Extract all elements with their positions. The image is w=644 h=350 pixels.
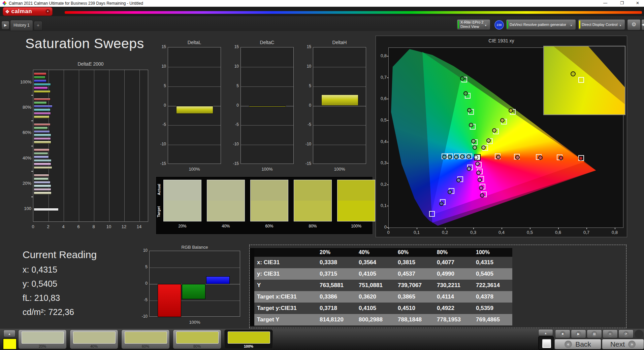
- calman-menu-button[interactable]: ❖ calman ▼: [3, 7, 53, 16]
- play-button[interactable]: ▶: [571, 329, 586, 338]
- cie-measured-point: [460, 154, 464, 159]
- y-tick-label: 10: [140, 248, 148, 253]
- x-tick-label: 4: [59, 224, 67, 229]
- refresh-button[interactable]: ⟳: [618, 329, 634, 338]
- table-cell: 739,7067: [395, 280, 434, 291]
- display-status-stripe: [579, 21, 580, 29]
- deltaC-plot: [240, 47, 294, 164]
- reading-x: x: 0,4315: [23, 265, 97, 275]
- add-tab-button[interactable]: +: [34, 21, 42, 30]
- row-label: Target x:CIE31: [254, 291, 317, 303]
- meter-device-button[interactable]: X-Rite i1Pro 2Direct View ▼: [457, 19, 490, 30]
- deltae-bar: [34, 72, 46, 75]
- close-button[interactable]: ✕: [633, 0, 643, 6]
- deltae-bar: [34, 134, 51, 137]
- table-header-row: 20%40%60%80%100%: [254, 248, 512, 257]
- deltae-bar: [34, 79, 46, 82]
- display-control-button[interactable]: Direct Display Control ▼: [578, 19, 625, 30]
- group-label: 40%: [20, 155, 31, 161]
- tab-scroll-button[interactable]: ▶: [1, 21, 9, 30]
- table-row[interactable]: Target x:CIE310,33860,36200,38650,41140,…: [254, 291, 512, 303]
- table-row[interactable]: y: CIE310,37150,41050,45370,49900,5405: [254, 268, 512, 280]
- deltae-bar: [34, 188, 51, 191]
- current-pattern-swatch[interactable]: [3, 338, 17, 350]
- actual-row-label: Actual: [157, 184, 161, 195]
- pattern-level-80%[interactable]: 80%: [173, 329, 221, 349]
- minimize-button[interactable]: —: [600, 0, 610, 6]
- deltae-bar: [34, 174, 49, 177]
- pattern-level-40%[interactable]: 40%: [70, 329, 118, 349]
- settings-gear-button[interactable]: ⚙: [627, 19, 641, 30]
- collapse-panel-button[interactable]: ◀: [641, 19, 644, 30]
- table-cell: 0,3815: [395, 257, 434, 268]
- table-row[interactable]: x: CIE310,33380,35640,38150,40770,4315: [254, 257, 512, 268]
- y-tick-mark: [387, 184, 388, 185]
- deltae-bar: [34, 98, 51, 101]
- level-swatch: [176, 331, 219, 344]
- gridline: [168, 125, 221, 126]
- swatch-expand-button[interactable]: ▲: [3, 330, 15, 337]
- gridline: [124, 70, 125, 221]
- y-tick-label: 10: [230, 64, 239, 69]
- deltae-bar: [34, 115, 50, 118]
- y-tick-label: 0: [140, 281, 148, 286]
- table-cell: 0,4077: [434, 257, 473, 268]
- deltaC-bar: [249, 106, 286, 107]
- y-tick-mark: [31, 95, 33, 96]
- y-tick-mark: [31, 171, 33, 172]
- y-tick-label: -15: [230, 161, 239, 166]
- y-tick-label: -5: [158, 122, 166, 127]
- x-tick-mark: [388, 228, 389, 229]
- table-row[interactable]: Target y:CIE310,37180,41050,45100,49220,…: [254, 303, 512, 314]
- pattern-generator-button[interactable]: DaVinci Resolve pattern generator ▼: [506, 19, 576, 30]
- group-label: 60%: [20, 130, 31, 135]
- cie-y-tick: 0,3: [377, 160, 387, 165]
- restore-button[interactable]: ❐: [617, 0, 627, 6]
- deltaL-bar: [176, 106, 214, 114]
- stop-button[interactable]: ■: [555, 329, 570, 338]
- y-tick-label: 15: [303, 44, 311, 49]
- gridline: [94, 70, 94, 221]
- rainbow-accent-strip: [65, 11, 642, 14]
- x-tick-mark: [417, 228, 417, 229]
- window-title: Calman 2021 Calman Ultimate for Business…: [9, 1, 143, 6]
- toolbar-expand-button[interactable]: ▲: [538, 329, 553, 336]
- group-label: 80%: [20, 105, 31, 110]
- x-tick-label: 14: [135, 224, 143, 229]
- table-row[interactable]: Target Y814,8120800,2988788,1848778,1953…: [254, 314, 512, 325]
- x-tick-label: 8: [90, 224, 98, 229]
- level-swatch: [22, 331, 64, 344]
- meter-reading-badge[interactable]: 238: [494, 20, 504, 30]
- y-tick-mark: [387, 120, 388, 121]
- pattern-button[interactable]: ▥: [587, 329, 602, 338]
- infinity-button[interactable]: ∞: [603, 329, 618, 338]
- y-tick-label: 0: [230, 103, 239, 108]
- y-tick-label: 0: [158, 103, 166, 108]
- table-row[interactable]: Y763,5881751,0881739,7067730,2211722,361…: [254, 280, 512, 291]
- back-label: Back: [575, 340, 591, 348]
- inset-target-point: [578, 77, 584, 83]
- pattern-level-100%[interactable]: 100%: [224, 329, 273, 349]
- pattern-window-button[interactable]: [538, 336, 554, 350]
- chevron-down-icon: ▼: [618, 23, 623, 28]
- row-label: x: CIE31: [254, 257, 317, 268]
- deltae-bar: [34, 177, 49, 180]
- next-button[interactable]: Next »: [602, 339, 644, 349]
- table-cell: 0,4378: [473, 291, 512, 303]
- x-cat-label: 100%: [168, 167, 221, 172]
- actual-swatch: [251, 180, 288, 201]
- back-button[interactable]: « Back: [554, 339, 601, 349]
- deltaL-plot: [168, 47, 221, 164]
- cie-y-tick: 0: [377, 224, 387, 230]
- tab-history-1[interactable]: History 1: [10, 20, 33, 31]
- table-cell: 814,8120: [317, 314, 356, 325]
- pattern-level-60%[interactable]: 60%: [121, 329, 170, 349]
- play-icon: ▶: [576, 331, 581, 337]
- swatch-level-label: 60%: [250, 224, 288, 229]
- pattern-level-20%[interactable]: 20%: [18, 329, 67, 349]
- compare-swatch: [337, 180, 375, 221]
- actual-swatch: [294, 180, 331, 201]
- y-tick-mark: [387, 227, 388, 228]
- table-cell: 0,4114: [434, 291, 473, 303]
- y-tick-label: -10: [303, 142, 311, 146]
